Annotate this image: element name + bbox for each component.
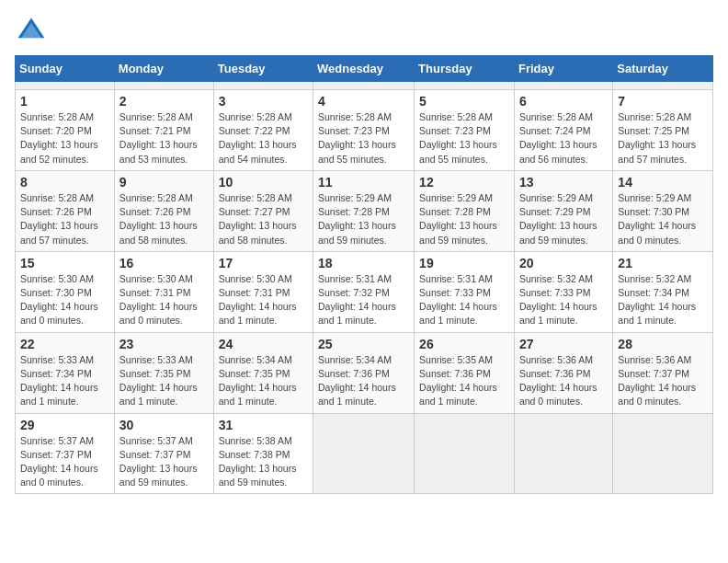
calendar-cell: 3Sunrise: 5:28 AM Sunset: 7:22 PM Daylig…: [213, 90, 313, 171]
day-number: 11: [318, 175, 409, 190]
calendar-cell: [415, 413, 515, 494]
weekday-header-thursday: Thursday: [415, 56, 515, 82]
calendar-cell: 4Sunrise: 5:28 AM Sunset: 7:23 PM Daylig…: [313, 90, 415, 171]
day-info: Sunrise: 5:29 AM Sunset: 7:28 PM Dayligh…: [419, 191, 509, 247]
calendar-cell: 26Sunrise: 5:35 AM Sunset: 7:36 PM Dayli…: [415, 332, 515, 413]
day-number: 4: [318, 94, 409, 109]
day-number: 9: [119, 175, 209, 190]
day-number: 18: [318, 256, 409, 270]
calendar-cell: 6Sunrise: 5:28 AM Sunset: 7:24 PM Daylig…: [514, 90, 612, 171]
day-number: 26: [419, 337, 509, 351]
day-number: 3: [219, 94, 308, 109]
calendar-cell: 23Sunrise: 5:33 AM Sunset: 7:35 PM Dayli…: [114, 332, 213, 413]
calendar-cell: 18Sunrise: 5:31 AM Sunset: 7:32 PM Dayli…: [313, 251, 415, 332]
weekday-header-sunday: Sunday: [16, 56, 115, 82]
day-number: 13: [519, 175, 608, 190]
day-number: 21: [618, 256, 708, 270]
day-info: Sunrise: 5:37 AM Sunset: 7:37 PM Dayligh…: [119, 434, 209, 490]
day-info: Sunrise: 5:31 AM Sunset: 7:32 PM Dayligh…: [318, 272, 409, 328]
calendar-week-1: [16, 82, 713, 90]
day-info: Sunrise: 5:32 AM Sunset: 7:33 PM Dayligh…: [519, 272, 608, 328]
calendar-cell: 25Sunrise: 5:34 AM Sunset: 7:36 PM Dayli…: [313, 332, 415, 413]
day-number: 6: [519, 94, 608, 109]
calendar-cell: [613, 413, 713, 494]
calendar-week-4: 15Sunrise: 5:30 AM Sunset: 7:30 PM Dayli…: [16, 251, 713, 332]
weekday-header-saturday: Saturday: [613, 56, 713, 82]
calendar-cell: 24Sunrise: 5:34 AM Sunset: 7:35 PM Dayli…: [213, 332, 313, 413]
day-number: 25: [318, 337, 409, 351]
calendar-cell: 31Sunrise: 5:38 AM Sunset: 7:38 PM Dayli…: [213, 413, 313, 494]
calendar-cell: 21Sunrise: 5:32 AM Sunset: 7:34 PM Dayli…: [613, 251, 713, 332]
weekday-header-tuesday: Tuesday: [213, 56, 313, 82]
day-number: 7: [618, 94, 708, 109]
calendar-cell: 14Sunrise: 5:29 AM Sunset: 7:30 PM Dayli…: [613, 170, 713, 251]
calendar-cell: 12Sunrise: 5:29 AM Sunset: 7:28 PM Dayli…: [415, 170, 515, 251]
day-info: Sunrise: 5:28 AM Sunset: 7:26 PM Dayligh…: [20, 191, 109, 247]
logo-icon: [15, 15, 48, 48]
day-info: Sunrise: 5:28 AM Sunset: 7:20 PM Dayligh…: [20, 110, 109, 167]
weekday-header-wednesday: Wednesday: [313, 56, 415, 82]
day-number: 28: [618, 337, 708, 351]
page-header: [15, 15, 713, 48]
day-number: 16: [119, 256, 209, 270]
day-info: Sunrise: 5:35 AM Sunset: 7:36 PM Dayligh…: [419, 353, 509, 409]
day-number: 24: [219, 337, 308, 351]
calendar-cell: 2Sunrise: 5:28 AM Sunset: 7:21 PM Daylig…: [114, 90, 213, 171]
day-info: Sunrise: 5:34 AM Sunset: 7:36 PM Dayligh…: [318, 353, 409, 409]
calendar-cell: 17Sunrise: 5:30 AM Sunset: 7:31 PM Dayli…: [213, 251, 313, 332]
day-number: 1: [20, 94, 109, 109]
calendar-cell: 13Sunrise: 5:29 AM Sunset: 7:29 PM Dayli…: [514, 170, 612, 251]
day-info: Sunrise: 5:28 AM Sunset: 7:23 PM Dayligh…: [419, 110, 509, 167]
calendar-week-5: 22Sunrise: 5:33 AM Sunset: 7:34 PM Dayli…: [16, 332, 713, 413]
day-number: 20: [519, 256, 608, 270]
calendar-cell: 8Sunrise: 5:28 AM Sunset: 7:26 PM Daylig…: [16, 170, 115, 251]
day-info: Sunrise: 5:28 AM Sunset: 7:27 PM Dayligh…: [219, 191, 308, 247]
calendar-cell: [16, 82, 115, 90]
day-number: 8: [20, 175, 109, 190]
calendar-week-6: 29Sunrise: 5:37 AM Sunset: 7:37 PM Dayli…: [16, 413, 713, 494]
calendar-cell: [415, 82, 515, 90]
day-number: 10: [219, 175, 308, 190]
day-info: Sunrise: 5:37 AM Sunset: 7:37 PM Dayligh…: [20, 434, 109, 490]
calendar-cell: 5Sunrise: 5:28 AM Sunset: 7:23 PM Daylig…: [415, 90, 515, 171]
calendar-cell: [613, 82, 713, 90]
day-number: 15: [20, 256, 109, 270]
calendar-cell: [514, 413, 612, 494]
calendar-cell: 9Sunrise: 5:28 AM Sunset: 7:26 PM Daylig…: [114, 170, 213, 251]
calendar-cell: [514, 82, 612, 90]
weekday-header-row: SundayMondayTuesdayWednesdayThursdayFrid…: [16, 56, 713, 82]
calendar-week-2: 1Sunrise: 5:28 AM Sunset: 7:20 PM Daylig…: [16, 90, 713, 171]
calendar-cell: [313, 82, 415, 90]
day-info: Sunrise: 5:38 AM Sunset: 7:38 PM Dayligh…: [219, 434, 308, 490]
day-info: Sunrise: 5:28 AM Sunset: 7:21 PM Dayligh…: [119, 110, 209, 167]
calendar-cell: 15Sunrise: 5:30 AM Sunset: 7:30 PM Dayli…: [16, 251, 115, 332]
day-info: Sunrise: 5:28 AM Sunset: 7:24 PM Dayligh…: [519, 110, 608, 167]
calendar-cell: 19Sunrise: 5:31 AM Sunset: 7:33 PM Dayli…: [415, 251, 515, 332]
day-info: Sunrise: 5:30 AM Sunset: 7:30 PM Dayligh…: [20, 272, 109, 328]
day-info: Sunrise: 5:28 AM Sunset: 7:25 PM Dayligh…: [618, 110, 708, 167]
calendar-cell: [114, 82, 213, 90]
day-info: Sunrise: 5:36 AM Sunset: 7:37 PM Dayligh…: [618, 353, 708, 409]
day-info: Sunrise: 5:33 AM Sunset: 7:35 PM Dayligh…: [119, 353, 209, 409]
calendar-cell: [313, 413, 415, 494]
calendar-week-3: 8Sunrise: 5:28 AM Sunset: 7:26 PM Daylig…: [16, 170, 713, 251]
calendar-cell: 22Sunrise: 5:33 AM Sunset: 7:34 PM Dayli…: [16, 332, 115, 413]
calendar-cell: [213, 82, 313, 90]
calendar-table: SundayMondayTuesdayWednesdayThursdayFrid…: [15, 55, 713, 494]
day-info: Sunrise: 5:31 AM Sunset: 7:33 PM Dayligh…: [419, 272, 509, 328]
weekday-header-friday: Friday: [514, 56, 612, 82]
day-number: 5: [419, 94, 509, 109]
day-info: Sunrise: 5:30 AM Sunset: 7:31 PM Dayligh…: [219, 272, 308, 328]
day-info: Sunrise: 5:28 AM Sunset: 7:22 PM Dayligh…: [219, 110, 308, 167]
day-info: Sunrise: 5:28 AM Sunset: 7:23 PM Dayligh…: [318, 110, 409, 167]
day-info: Sunrise: 5:29 AM Sunset: 7:30 PM Dayligh…: [618, 191, 708, 247]
calendar-cell: 30Sunrise: 5:37 AM Sunset: 7:37 PM Dayli…: [114, 413, 213, 494]
day-number: 29: [20, 418, 109, 432]
day-info: Sunrise: 5:30 AM Sunset: 7:31 PM Dayligh…: [119, 272, 209, 328]
calendar-cell: 10Sunrise: 5:28 AM Sunset: 7:27 PM Dayli…: [213, 170, 313, 251]
day-info: Sunrise: 5:28 AM Sunset: 7:26 PM Dayligh…: [119, 191, 209, 247]
calendar-cell: 20Sunrise: 5:32 AM Sunset: 7:33 PM Dayli…: [514, 251, 612, 332]
day-number: 17: [219, 256, 308, 270]
day-number: 2: [119, 94, 209, 109]
day-info: Sunrise: 5:36 AM Sunset: 7:36 PM Dayligh…: [519, 353, 608, 409]
